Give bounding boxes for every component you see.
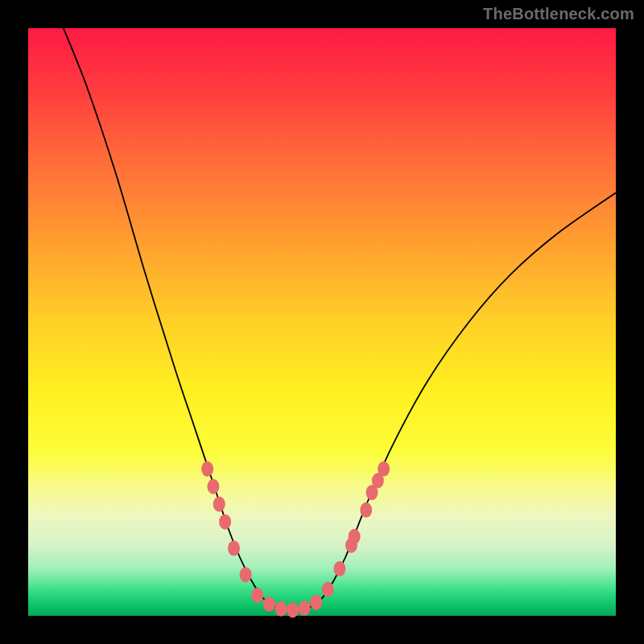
- curve-marker: [333, 561, 345, 576]
- curve-marker: [322, 582, 334, 597]
- chart-overlay: [28, 28, 616, 616]
- curve-marker: [263, 597, 275, 612]
- curve-marker: [207, 479, 219, 494]
- chart-frame: TheBottleneck.com: [0, 0, 644, 644]
- curve-marker: [360, 502, 372, 518]
- curve-marker: [219, 514, 231, 530]
- curve-marker: [378, 461, 390, 477]
- bottleneck-curve: [64, 28, 616, 610]
- curve-marker: [240, 567, 252, 582]
- curve-marker: [287, 602, 299, 617]
- watermark-text: TheBottleneck.com: [483, 5, 634, 23]
- curve-marker: [299, 601, 311, 616]
- curve-marker: [228, 541, 240, 556]
- curve-marker: [275, 601, 287, 617]
- curve-marker: [251, 588, 263, 603]
- curve-markers: [201, 461, 390, 617]
- curve-marker: [201, 461, 213, 477]
- curve-marker: [213, 497, 225, 512]
- curve-marker: [310, 595, 322, 610]
- curve-marker: [349, 529, 361, 544]
